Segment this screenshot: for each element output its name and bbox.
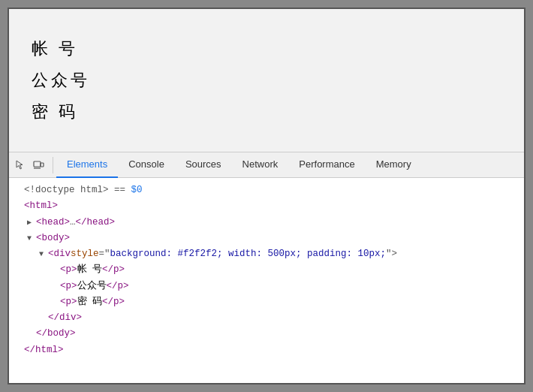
svg-rect-1 [41,163,44,167]
webpage-item-1: 公众号 [32,69,501,92]
line-html: <html> [15,198,518,214]
line-head: <head>…</head> [15,215,518,231]
webpage-item-2: 密 码 [32,101,501,123]
line-doctype: <!doctype html> == $0 [15,182,518,198]
line-body-close: </body> [15,326,518,342]
tab-console[interactable]: Console [118,152,175,178]
devtools-panel: Elements Console Sources Network Perform… [9,152,524,383]
inspect-icon[interactable] [12,157,29,173]
line-body: <body> [15,231,518,246]
webpage-preview: 帐 号 公众号 密 码 [9,9,524,152]
line-p3: <p>密 码</p> [15,294,518,310]
tab-performance[interactable]: Performance [288,152,365,178]
devtools-code-view: <!doctype html> == $0 <html> <head>…</he… [9,178,524,383]
devtools-icon-group [12,157,53,173]
line-div-close: </div> [15,310,518,326]
tab-memory[interactable]: Memory [366,152,422,178]
line-p2: <p>公众号</p> [15,279,518,294]
line-div-open: <div style="background: #f2f2f2; width: … [15,246,518,262]
browser-window: 帐 号 公众号 密 码 [8,8,525,384]
tab-sources[interactable]: Sources [175,152,232,178]
line-p1: <p>帐 号</p> [15,262,518,278]
webpage-item-0: 帐 号 [32,38,501,60]
svg-rect-0 [34,161,41,167]
devtools-tabbar: Elements Console Sources Network Perform… [9,152,524,178]
tab-elements[interactable]: Elements [56,152,118,178]
device-icon[interactable] [30,157,47,173]
line-html-close: </html> [15,342,518,358]
tab-network[interactable]: Network [232,152,289,178]
